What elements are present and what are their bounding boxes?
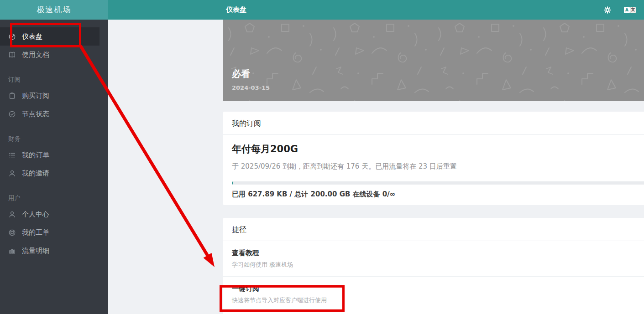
subscription-card-body: 年付每月200G 于 2025/09/26 到期，距离到期还有 176 天。已用… — [223, 135, 644, 206]
usage-text: 已用 627.89 KB / 总计 200.00 GB 在线设备 0/∞ — [232, 190, 644, 199]
dashboard-gauge-icon — [8, 33, 16, 41]
banner-doodle-pattern — [223, 20, 644, 101]
announcement-banner[interactable]: 必看 2024-03-15 — [223, 20, 644, 101]
sidebar-item-node-status[interactable]: 节点状态 — [0, 105, 108, 123]
sidebar-group-label: 用户 — [0, 194, 108, 202]
shortcuts-card-header: 捷径 — [223, 218, 644, 241]
shortcuts-card: 捷径 查看教程学习如何使用 极速机场一键订阅快速将节点导入对应客户端进行使用 — [223, 218, 644, 314]
sidebar-item-my-tickets[interactable]: 我的工单 — [0, 223, 108, 242]
clipboard-icon — [8, 92, 16, 100]
shortcut-view-tutorial[interactable]: 查看教程学习如何使用 极速机场 — [223, 241, 644, 276]
subscription-card-header: 我的订阅 — [223, 112, 644, 135]
ordered-list-icon — [8, 151, 16, 159]
shortcut-title: 一键订阅 — [232, 284, 644, 293]
check-circle-icon — [8, 110, 16, 118]
sidebar-item-traffic-details[interactable]: 流量明细 — [0, 242, 108, 260]
person-icon — [8, 211, 16, 218]
sidebar-item-my-orders[interactable]: 我的订单 — [0, 146, 108, 164]
sidebar-nav: 仪表盘使用文档订阅购买订阅节点状态财务我的订单我的邀请用户个人中心我的工单流量明… — [0, 20, 108, 260]
translate-letter-a: A — [624, 7, 630, 13]
expiry-text: 于 2025/09/26 到期，距离到期还有 176 天。已用流量将在 23 日… — [232, 162, 644, 171]
bar-chart-icon — [8, 247, 16, 255]
sidebar-item-label: 我的邀请 — [22, 169, 49, 178]
sidebar-item-label: 我的订单 — [22, 151, 49, 160]
lifebuoy-icon — [8, 229, 16, 237]
settings-gear-icon[interactable] — [603, 6, 612, 14]
sidebar-item-label: 我的工单 — [22, 228, 49, 237]
sidebar-item-docs[interactable]: 使用文档 — [0, 46, 108, 64]
sidebar-item-label: 使用文档 — [22, 51, 49, 59]
topbar-actions: A 文 — [603, 0, 636, 20]
topbar: 仪表盘 A 文 — [108, 0, 644, 20]
open-book-icon — [8, 51, 16, 59]
shortcut-desc: 学习如何使用 极速机场 — [232, 261, 644, 269]
sidebar-item-profile[interactable]: 个人中心 — [0, 205, 108, 223]
plan-name: 年付每月200G — [232, 143, 644, 155]
sidebar-item-label: 节点状态 — [22, 110, 49, 118]
shortcuts-list: 查看教程学习如何使用 极速机场一键订阅快速将节点导入对应客户端进行使用 — [223, 241, 644, 312]
page-title: 仪表盘 — [226, 0, 246, 20]
traffic-progress-fill — [232, 181, 233, 185]
sidebar-item-label: 仪表盘 — [22, 32, 42, 41]
sidebar-item-label: 个人中心 — [22, 210, 49, 219]
sidebar: 极速机场 仪表盘使用文档订阅购买订阅节点状态财务我的订单我的邀请用户个人中心我的… — [0, 0, 108, 314]
translate-icon[interactable]: A 文 — [624, 7, 636, 13]
shortcut-title: 查看教程 — [232, 249, 644, 257]
sidebar-group-label: 订阅 — [0, 76, 108, 84]
sidebar-item-label: 购买订阅 — [22, 92, 49, 100]
banner-text: 必看 2024-03-15 — [232, 68, 270, 91]
shortcut-desc: 快速将节点导入对应客户端进行使用 — [232, 296, 644, 304]
traffic-progress-bar — [232, 181, 644, 185]
brand-title: 极速机场 — [0, 0, 108, 20]
sidebar-group-label: 财务 — [0, 135, 108, 143]
banner-title: 必看 — [232, 68, 270, 80]
sidebar-item-buy-subscription[interactable]: 购买订阅 — [0, 87, 108, 105]
sidebar-item-label: 流量明细 — [22, 247, 49, 255]
page: { "brand": { "title": "极速机场" }, "topbar"… — [0, 0, 644, 314]
subscription-card: 我的订阅 年付每月200G 于 2025/09/26 到期，距离到期还有 176… — [223, 112, 644, 205]
main-content: 必看 2024-03-15 我的订阅 年付每月200G 于 2025/09/26… — [108, 20, 644, 314]
banner-date: 2024-03-15 — [232, 84, 270, 91]
sidebar-item-my-invites[interactable]: 我的邀请 — [0, 164, 108, 182]
sidebar-item-dashboard[interactable]: 仪表盘 — [0, 27, 99, 46]
person-icon — [8, 170, 16, 177]
shortcut-one-click-subscribe[interactable]: 一键订阅快速将节点导入对应客户端进行使用 — [223, 276, 644, 312]
translate-letter-cjk: 文 — [630, 7, 636, 13]
